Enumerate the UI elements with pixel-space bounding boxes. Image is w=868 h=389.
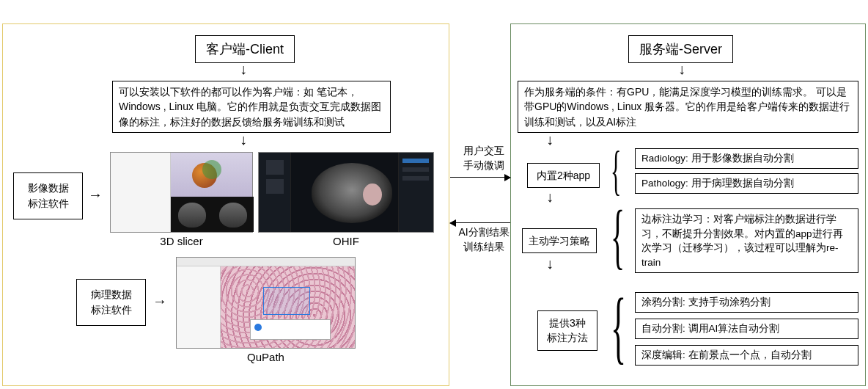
- arrow-icon: ↓: [236, 131, 251, 148]
- arrow-to-server: [450, 177, 510, 178]
- app-pathology: Pathology: 用于病理数据自动分割: [635, 173, 858, 194]
- apps-label: 内置2种app: [527, 163, 600, 188]
- qupath-caption: QuPath: [176, 351, 356, 363]
- active-label: 主动学习策略: [522, 228, 597, 253]
- client-desc: 可以安装以下软件的都可以作为客户端：如 笔记本，Windows , Linux …: [112, 81, 391, 133]
- arrow-icon: ↓: [542, 255, 557, 272]
- client-title: 客户端-Client: [195, 35, 295, 63]
- app-radiology: Radiology: 用于影像数据自动分割: [635, 148, 858, 169]
- img-soft-label: 影像数据 标注软件: [13, 172, 83, 219]
- method-auto: 自动分割: 调用AI算法自动分割: [635, 319, 858, 339]
- arrow-to-client: [450, 222, 510, 223]
- exchange-to-client: AI分割结果 训练结果: [453, 225, 515, 254]
- method-deepedit: 深度编辑: 在前景点一个点，自动分割: [635, 345, 858, 366]
- server-title: 服务端-Server: [628, 35, 733, 63]
- server-desc: 作为服务端的条件：有GPU，能满足深度学习模型的训练需求。 可以是带GPU的Wi…: [518, 81, 858, 133]
- slicer-caption: 3D slicer: [110, 235, 253, 247]
- arrow-icon: ↓: [236, 61, 251, 78]
- arrow-icon: ↓: [542, 131, 557, 148]
- slicer-thumbnail: [110, 152, 253, 233]
- arrow-icon: ↓: [674, 61, 689, 78]
- ohif-thumbnail: [258, 152, 434, 233]
- methods-label: 提供3种 标注方法: [537, 310, 597, 351]
- arrow-icon: →: [152, 293, 167, 310]
- method-scribble: 涂鸦分割: 支持手动涂鸦分割: [635, 292, 858, 313]
- ohif-caption: OHIF: [258, 235, 434, 247]
- qupath-thumbnail: [176, 257, 356, 349]
- active-desc: 边标注边学习：对客户端标注的数据进行学习，不断提升分割效果。对内置的app进行再…: [635, 208, 858, 273]
- exchange-to-server: 用户交互 手动微调: [457, 144, 510, 172]
- arrow-icon: →: [88, 186, 103, 203]
- path-soft-label: 病理数据 标注软件: [76, 279, 146, 326]
- arrow-icon: ↓: [542, 189, 557, 206]
